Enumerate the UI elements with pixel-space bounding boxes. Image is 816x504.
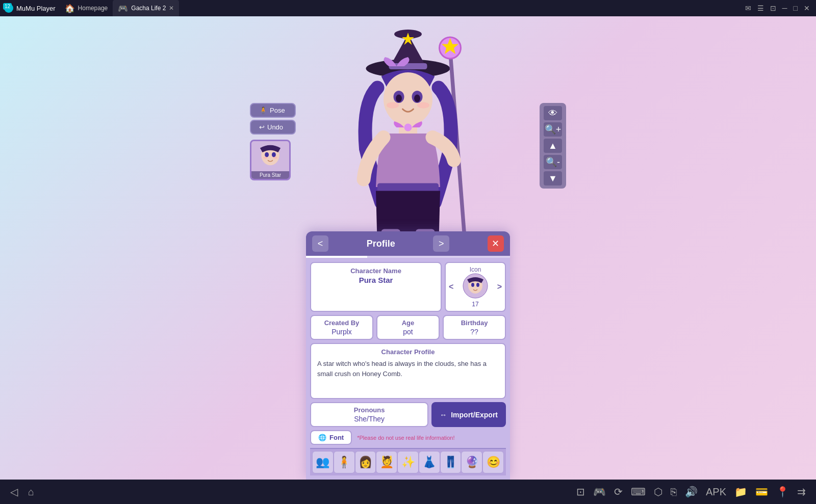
age-box: Age pot [376,315,440,340]
svg-point-14 [417,102,429,109]
pose-button[interactable]: 🧍 Pose [250,103,296,118]
char-name-box: Character Name Pura Star [310,262,442,312]
profile-body: Character Name Pura Star Icon < [306,258,510,480]
taskbar-right: ⊡ 🎮 ⟳ ⌨ ⬡ ⎘ 🔊 APK 📁 💳 📍 ⇉ [576,486,806,498]
taskbar-wallet-icon[interactable]: 💳 [755,486,768,498]
zoom-out-button[interactable]: 🔍- [544,155,562,169]
created-by-value: Purplx [317,328,366,336]
character-sprite [332,26,484,248]
taskbar-share-icon[interactable]: ⬡ [654,486,662,498]
info-row: Created By Purplx Age pot Birthday ?? [310,315,506,340]
app-name: MuMu Player [16,5,56,12]
toolbar-icon-5[interactable]: 👗 [419,451,440,473]
undo-button[interactable]: ↩ Undo [250,120,296,135]
char-profile-box: Character Profile A star witch who's hea… [310,343,506,399]
svg-point-12 [414,95,420,102]
toolbar-icon-0[interactable]: 👥 [312,451,334,473]
pronouns-value: She/They [317,415,421,423]
toolbar-icon-7[interactable]: 🔮 [461,451,482,473]
char-icon-label: Icon [470,266,481,273]
font-globe-icon: 🌐 [318,434,326,441]
zoom-in-button[interactable]: 🔍+ [544,122,562,137]
char-profile-text: A star witch who's head is always in the… [317,359,499,379]
birthday-box: Birthday ?? [443,315,506,340]
bottom-toolbar: 👥🧍👩💆✨👗👖🔮😊 [310,448,506,475]
taskbar-apk-icon[interactable]: APK [706,486,726,498]
svg-point-16 [404,124,412,131]
char-icon-svg [463,273,488,299]
pronouns-box: Pronouns She/They [310,402,428,427]
home-icon: 🏠 [65,4,75,13]
bottom-row: Pronouns She/They ↔ Import/Export [310,402,506,427]
undo-label: Undo [267,123,283,131]
pronouns-label: Pronouns [317,406,421,414]
svg-point-25 [265,152,269,157]
svg-point-13 [387,102,399,109]
font-label: Font [329,434,344,441]
eye-icon[interactable]: 👁 [544,106,562,120]
age-value: pot [384,328,432,336]
birthday-label: Birthday [450,319,499,327]
home-tab[interactable]: 🏠 Homepage [60,0,113,16]
character-display [332,26,484,248]
taskbar-copy-icon[interactable]: ⎘ [671,486,677,498]
profile-header: < Profile > ✕ [306,231,510,256]
icon-next-button[interactable]: > [497,282,502,291]
taskbar-location-icon[interactable]: 📍 [776,486,789,498]
icon-prev-button[interactable]: < [449,282,453,291]
restore-icon[interactable]: ⊡ [770,4,776,12]
svg-point-11 [396,95,402,102]
import-export-icon: ↔ [440,411,447,419]
toolbar-icon-2[interactable]: 👩 [355,451,376,473]
close-tab-button[interactable]: ✕ [169,5,174,12]
svg-point-8 [384,72,432,126]
notification-badge[interactable]: 12 [3,3,12,10]
scroll-down-button[interactable]: ▼ [544,171,562,185]
profile-next-button[interactable]: > [433,235,449,252]
profile-panel: < Profile > ✕ Character Name Pura Star I… [306,231,510,480]
font-warning: *Please do not use real life information… [357,435,454,441]
char-icon-nav: < > [449,273,502,301]
taskbar-folder-icon[interactable]: 📁 [734,486,747,498]
menu-icon[interactable]: ☰ [757,4,764,12]
toolbar-icon-8[interactable]: 😊 [482,451,504,473]
toolbar-icon-1[interactable]: 🧍 [334,451,355,473]
created-by-label: Created By [317,319,366,327]
age-label: Age [384,319,432,327]
taskbar-rotate-icon[interactable]: ⟳ [614,486,623,498]
char-profile-label: Character Profile [317,348,499,356]
titlebar: MuMu Player 12 🏠 Homepage 🎮 Gacha Life 2… [0,0,816,16]
close-window-icon[interactable]: ✕ [804,4,810,12]
taskbar-back-icon[interactable]: ◁ [10,486,18,498]
minimize-icon[interactable]: ─ [782,4,787,12]
left-panel: 🧍 Pose ↩ Undo Pura Star [250,103,296,180]
font-button[interactable]: 🌐 Font [310,430,352,445]
taskbar-expand-icon[interactable]: ⇉ [797,486,806,498]
import-export-button[interactable]: ↔ Import/Export [431,402,506,427]
game-tab[interactable]: 🎮 Gacha Life 2 ✕ [113,0,179,16]
char-thumb-name: Pura Star [251,171,289,179]
char-name-label: Character Name [317,267,435,275]
taskbar-home-icon[interactable]: ⌂ [28,486,34,498]
profile-prev-button[interactable]: < [312,235,328,252]
maximize-icon[interactable]: □ [794,4,798,12]
toolbar-icon-4[interactable]: ✨ [397,451,419,473]
undo-icon: ↩ [259,123,265,131]
char-name-value: Pura Star [317,276,435,284]
taskbar-volume-icon[interactable]: 🔊 [685,486,698,498]
icon-number: 17 [472,301,478,308]
home-tab-label: Homepage [78,5,108,12]
toolbar-icon-6[interactable]: 👖 [440,451,462,473]
character-thumbnail[interactable]: Pura Star [250,140,291,180]
taskbar-keyboard-icon[interactable]: ⌨ [631,486,646,498]
taskbar-left: ◁ ⌂ [10,486,34,498]
profile-close-button[interactable]: ✕ [488,235,504,252]
taskbar: ◁ ⌂ ⊡ 🎮 ⟳ ⌨ ⬡ ⎘ 🔊 APK 📁 💳 📍 ⇉ [0,480,816,504]
taskbar-screen-icon[interactable]: ⊡ [576,486,585,498]
scroll-up-button[interactable]: ▲ [544,139,562,153]
toolbar-icon-3[interactable]: 💆 [376,451,397,473]
taskbar-gamepad-icon[interactable]: 🎮 [593,486,606,498]
svg-point-28 [273,156,277,158]
birthday-value: ?? [450,328,499,336]
mail-icon[interactable]: ✉ [745,4,751,12]
